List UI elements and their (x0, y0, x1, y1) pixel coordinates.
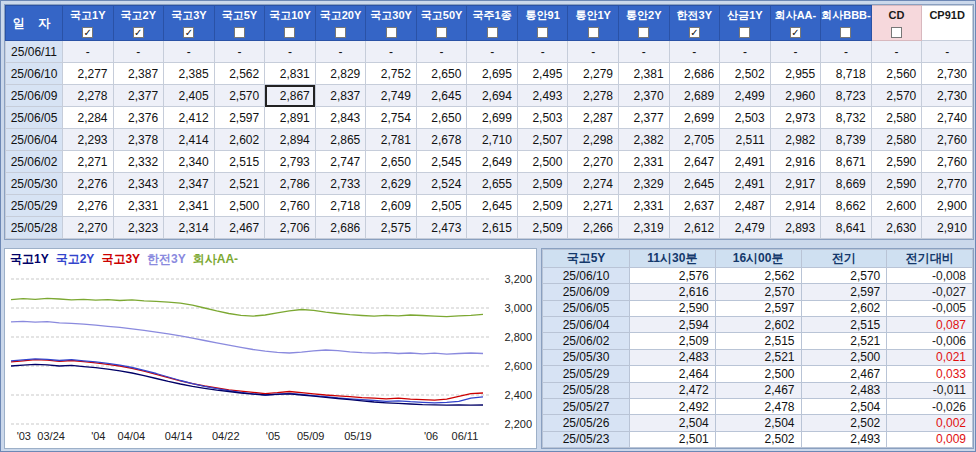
date-cell[interactable]: 25/05/30 (6, 173, 63, 195)
column-checkbox[interactable] (739, 27, 750, 38)
value-cell[interactable]: 2,760 (265, 195, 316, 217)
value-cell[interactable]: 2,279 (568, 63, 619, 85)
value-cell[interactable]: 2,570 (214, 85, 265, 107)
value-cell[interactable]: 2,960 (770, 85, 821, 107)
value-cell[interactable]: - (669, 41, 720, 63)
value-cell[interactable]: 2,414 (164, 129, 215, 151)
value-cell[interactable]: 2,562 (214, 63, 265, 85)
value-cell[interactable]: 2,298 (568, 129, 619, 151)
column-checkbox[interactable] (537, 27, 548, 38)
value-cell[interactable]: 2,917 (770, 173, 821, 195)
value-cell[interactable]: 2,277 (63, 63, 114, 85)
detail-date-cell[interactable]: 25/05/26 (543, 415, 630, 431)
value-cell[interactable]: 2,493 (517, 85, 568, 107)
value-cell[interactable]: 2,276 (63, 173, 114, 195)
date-cell[interactable]: 25/05/29 (6, 195, 63, 217)
detail-date-cell[interactable]: 25/06/02 (543, 333, 630, 349)
value-cell[interactable]: 2,381 (619, 63, 670, 85)
value-cell[interactable]: - (113, 41, 164, 63)
detail-date-cell[interactable]: 25/05/30 (543, 349, 630, 365)
value-cell[interactable]: 2,467 (214, 217, 265, 239)
value-cell[interactable]: 2,695 (467, 63, 518, 85)
value-cell[interactable]: 2,502 (720, 63, 771, 85)
date-cell[interactable]: 25/06/05 (6, 107, 63, 129)
value-cell[interactable]: 2,524 (416, 173, 467, 195)
value-cell[interactable]: 2,487 (720, 195, 771, 217)
detail-date-cell[interactable]: 25/05/28 (543, 382, 630, 398)
value-cell[interactable]: - (770, 41, 821, 63)
column-header[interactable]: 국고10Y (265, 6, 316, 41)
column-header[interactable]: 국고1Y✓ (63, 6, 114, 41)
value-cell[interactable]: 2,710 (467, 129, 518, 151)
value-cell[interactable]: 2,376 (113, 107, 164, 129)
column-header[interactable]: CP91D (922, 6, 973, 41)
value-cell[interactable]: 2,509 (517, 173, 568, 195)
value-cell[interactable]: 2,314 (164, 217, 215, 239)
value-cell[interactable]: - (871, 41, 922, 63)
column-header[interactable]: 국고5Y (214, 6, 265, 41)
column-header[interactable]: 국고30Y (366, 6, 417, 41)
value-cell[interactable]: 2,560 (871, 63, 922, 85)
value-cell[interactable]: - (517, 41, 568, 63)
value-cell[interactable]: 2,891 (265, 107, 316, 129)
value-cell[interactable]: 2,507 (517, 129, 568, 151)
value-cell[interactable]: 2,749 (366, 85, 417, 107)
value-cell[interactable]: 2,284 (63, 107, 114, 129)
column-checkbox[interactable]: ✓ (133, 27, 144, 38)
value-cell[interactable]: 2,831 (265, 63, 316, 85)
column-header[interactable]: 국고2Y✓ (113, 6, 164, 41)
value-cell[interactable]: 2,705 (669, 129, 720, 151)
value-cell[interactable]: 2,412 (164, 107, 215, 129)
column-header[interactable]: 국고50Y (416, 6, 467, 41)
value-cell[interactable]: 2,602 (214, 129, 265, 151)
value-cell[interactable]: 2,645 (669, 173, 720, 195)
value-cell[interactable]: 2,740 (922, 107, 973, 129)
detail-column-header[interactable]: 11시30분 (630, 250, 716, 268)
date-cell[interactable]: 25/06/04 (6, 129, 63, 151)
column-header[interactable]: 국고20Y (315, 6, 366, 41)
column-checkbox[interactable] (891, 27, 902, 38)
value-cell[interactable]: 2,865 (315, 129, 366, 151)
detail-date-cell[interactable]: 25/05/27 (543, 398, 630, 414)
value-cell[interactable]: - (315, 41, 366, 63)
column-header[interactable]: 회사AA-✓ (770, 6, 821, 41)
date-cell[interactable]: 25/06/02 (6, 151, 63, 173)
value-cell[interactable]: - (214, 41, 265, 63)
detail-column-header[interactable]: 전기대비 (887, 250, 973, 268)
value-cell[interactable]: - (416, 41, 467, 63)
value-cell[interactable]: 2,837 (315, 85, 366, 107)
value-cell[interactable]: 2,331 (113, 195, 164, 217)
value-cell[interactable]: 2,867 (265, 85, 316, 107)
value-cell[interactable]: 2,521 (214, 173, 265, 195)
value-cell[interactable]: 2,323 (113, 217, 164, 239)
value-cell[interactable]: - (720, 41, 771, 63)
column-checkbox[interactable] (487, 27, 498, 38)
date-cell[interactable]: 25/06/09 (6, 85, 63, 107)
value-cell[interactable]: 2,370 (619, 85, 670, 107)
value-cell[interactable]: 2,270 (568, 151, 619, 173)
column-checkbox[interactable] (386, 27, 397, 38)
value-cell[interactable]: 2,649 (467, 151, 518, 173)
value-cell[interactable]: 2,266 (568, 217, 619, 239)
value-cell[interactable]: 2,730 (922, 63, 973, 85)
value-cell[interactable]: 2,509 (517, 217, 568, 239)
value-cell[interactable]: - (63, 41, 114, 63)
column-header[interactable]: 회사BBB- (821, 6, 872, 41)
value-cell[interactable]: 2,647 (669, 151, 720, 173)
column-header[interactable]: CD (871, 6, 922, 41)
value-cell[interactable]: 2,270 (63, 217, 114, 239)
value-cell[interactable]: 2,580 (871, 107, 922, 129)
value-cell[interactable]: 2,570 (871, 85, 922, 107)
value-cell[interactable]: 8,723 (821, 85, 872, 107)
detail-column-header[interactable]: 전기 (801, 250, 887, 268)
value-cell[interactable]: 2,341 (164, 195, 215, 217)
value-cell[interactable]: 2,500 (214, 195, 265, 217)
value-cell[interactable]: 2,770 (922, 173, 973, 195)
value-cell[interactable]: 2,509 (517, 195, 568, 217)
column-checkbox[interactable] (234, 27, 245, 38)
detail-date-cell[interactable]: 25/06/09 (543, 284, 630, 300)
value-cell[interactable]: 2,686 (669, 63, 720, 85)
column-header[interactable]: 통안91 (517, 6, 568, 41)
value-cell[interactable]: 2,274 (568, 173, 619, 195)
column-checkbox[interactable] (638, 27, 649, 38)
